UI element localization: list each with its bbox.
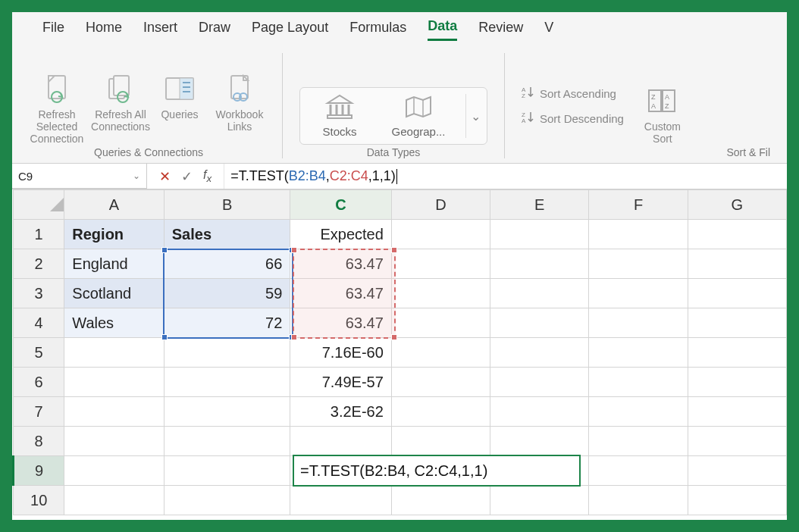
tab-page-layout[interactable]: Page Layout [252, 20, 328, 40]
col-header-D[interactable]: D [391, 190, 490, 220]
cell-B8[interactable] [164, 427, 290, 456]
cell-D10[interactable] [391, 486, 490, 515]
cell-E1[interactable] [490, 220, 589, 249]
col-header-F[interactable]: F [589, 190, 688, 220]
cell-C4[interactable]: 63.47 [290, 308, 392, 338]
cell-G5[interactable] [688, 338, 786, 368]
cell-E4[interactable] [490, 308, 589, 338]
cell-D7[interactable] [391, 397, 490, 427]
cell-C8[interactable] [290, 427, 392, 456]
row-header-6[interactable]: 6 [14, 368, 64, 397]
cell-A6[interactable] [64, 368, 164, 397]
enter-icon[interactable]: ✓ [181, 168, 193, 185]
cell-D8[interactable] [391, 427, 490, 456]
col-header-B[interactable]: B [164, 190, 290, 220]
fx-icon[interactable]: fx [203, 168, 212, 184]
cell-D3[interactable] [391, 279, 490, 308]
sort-ascending-button[interactable]: AZ Sort Ascending [522, 86, 624, 102]
tab-insert[interactable]: Insert [143, 20, 177, 40]
tab-file[interactable]: File [42, 20, 64, 40]
cell-C1[interactable]: Expected [290, 220, 392, 249]
name-box[interactable]: C9 ⌄ [12, 164, 147, 189]
cell-A4[interactable]: Wales [64, 308, 164, 338]
cell-D4[interactable] [391, 308, 490, 338]
data-types-gallery[interactable]: Stocks Geograp... ⌄ [299, 87, 487, 145]
cell-F8[interactable] [589, 427, 688, 456]
row-header-5[interactable]: 5 [14, 338, 64, 368]
col-header-E[interactable]: E [490, 190, 589, 220]
workbook-links-button[interactable]: Workbook Links [209, 74, 270, 133]
row-header-2[interactable]: 2 [14, 249, 64, 279]
cell-E8[interactable] [490, 427, 589, 456]
cell-C6[interactable]: 7.49E-57 [290, 368, 392, 397]
col-header-A[interactable]: A [64, 190, 164, 220]
cell-G3[interactable] [688, 279, 786, 308]
cell-G8[interactable] [688, 427, 786, 456]
row-header-9[interactable]: 9 [14, 456, 64, 486]
spreadsheet-grid[interactable]: A B C D E F G 1 Region Sales Expected 2 [12, 189, 787, 520]
cell-E3[interactable] [490, 279, 589, 308]
cell-B10[interactable] [164, 486, 290, 515]
cell-G4[interactable] [688, 308, 786, 338]
cell-A3[interactable]: Scotland [64, 279, 164, 308]
tab-draw[interactable]: Draw [199, 20, 230, 40]
row-header-10[interactable]: 10 [14, 486, 64, 515]
cell-E10[interactable] [490, 486, 589, 515]
cell-G6[interactable] [688, 368, 786, 397]
cell-G2[interactable] [688, 249, 786, 279]
cell-B2[interactable]: 66 [164, 249, 290, 279]
refresh-all-connections-button[interactable]: Refresh All Connections [91, 74, 150, 133]
row-header-7[interactable]: 7 [14, 397, 64, 427]
col-header-C[interactable]: C [290, 190, 392, 220]
cell-C2[interactable]: 63.47 [290, 249, 392, 279]
cell-F6[interactable] [589, 368, 688, 397]
cell-C5[interactable]: 7.16E-60 [290, 338, 392, 368]
cell-A1[interactable]: Region [64, 220, 164, 249]
select-all-corner[interactable] [14, 190, 64, 220]
geography-type-button[interactable]: Geograp... [387, 94, 450, 138]
cell-G9[interactable] [688, 456, 786, 486]
cell-A10[interactable] [64, 486, 164, 515]
cell-edit-overlay[interactable]: =T.TEST(B2:B4, C2:C4,1,1) [293, 455, 581, 487]
row-header-4[interactable]: 4 [14, 308, 64, 338]
data-types-dropdown[interactable]: ⌄ [465, 94, 479, 138]
cell-G10[interactable] [688, 486, 786, 515]
cell-A5[interactable] [64, 338, 164, 368]
cell-F2[interactable] [589, 249, 688, 279]
cell-C10[interactable] [290, 486, 392, 515]
tab-review[interactable]: Review [478, 20, 523, 40]
cell-B9[interactable] [164, 456, 290, 486]
tab-data[interactable]: Data [428, 18, 457, 41]
cell-F7[interactable] [589, 397, 688, 427]
custom-sort-button[interactable]: ZAAZ Custom Sort [638, 86, 688, 145]
cell-E5[interactable] [490, 338, 589, 368]
cell-A9[interactable] [64, 456, 164, 486]
cell-F10[interactable] [589, 486, 688, 515]
cell-B3[interactable]: 59 [164, 279, 290, 308]
cell-A2[interactable]: England [64, 249, 164, 279]
cell-C3[interactable]: 63.47 [290, 279, 392, 308]
cell-F4[interactable] [589, 308, 688, 338]
formula-bar[interactable]: =T.TEST(B2:B4, C2:C4,1,1) [224, 164, 787, 189]
cell-B5[interactable] [164, 338, 290, 368]
cell-G7[interactable] [688, 397, 786, 427]
cell-C7[interactable]: 3.2E-62 [290, 397, 392, 427]
cell-E7[interactable] [490, 397, 589, 427]
cell-A7[interactable] [64, 397, 164, 427]
cell-F9[interactable] [589, 456, 688, 486]
tab-formulas[interactable]: Formulas [349, 20, 406, 40]
cell-E6[interactable] [490, 368, 589, 397]
row-header-3[interactable]: 3 [14, 279, 64, 308]
cell-B1[interactable]: Sales [164, 220, 290, 249]
cell-D6[interactable] [391, 368, 490, 397]
refresh-selected-connection-button[interactable]: Refresh Selected Connection [27, 74, 86, 145]
tab-view-partial[interactable]: V [544, 20, 553, 40]
row-header-8[interactable]: 8 [14, 427, 64, 456]
cell-A8[interactable] [64, 427, 164, 456]
col-header-G[interactable]: G [688, 190, 786, 220]
queries-button[interactable]: Queries [155, 74, 205, 120]
cell-F3[interactable] [589, 279, 688, 308]
sort-descending-button[interactable]: ZA Sort Descending [522, 111, 624, 127]
chevron-down-icon[interactable]: ⌄ [133, 171, 140, 181]
cell-D1[interactable] [391, 220, 490, 249]
